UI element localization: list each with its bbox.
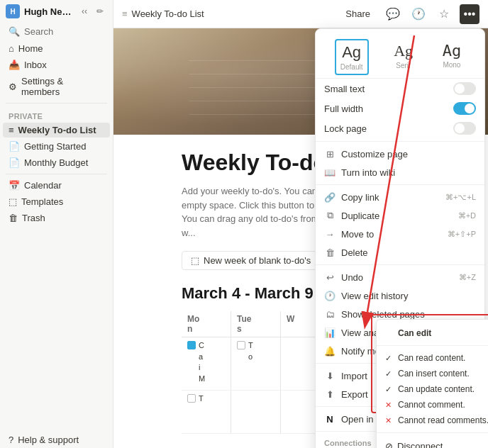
menu-item-delete[interactable]: 🗑 Delete	[316, 243, 484, 262]
page-icon-2: 📄	[9, 141, 20, 152]
workspace-name: Hugh Neal...	[24, 6, 73, 17]
sidebar-item-help[interactable]: ? Help & support	[3, 432, 110, 447]
wiki-label: Turn into wiki	[341, 167, 476, 178]
header-icons: ‹‹ ✏	[77, 4, 107, 18]
clock-icon[interactable]: 🕐	[409, 4, 428, 24]
menu-divider-1	[316, 141, 484, 142]
font-default-label: Default	[340, 63, 363, 71]
sidebar-item-inbox[interactable]: 📥 Inbox	[3, 57, 110, 72]
menu-item-customize[interactable]: ⊞ Customize page	[316, 145, 484, 163]
font-options: Ag Default Ag Serif Ag Mono	[316, 33, 484, 79]
menu-item-copy-link[interactable]: 🔗 Copy link ⌘+⌥+L	[316, 188, 484, 206]
col-tue: Tues	[231, 311, 281, 337]
undo-shortcut: ⌘+Z	[459, 273, 476, 282]
comment-icon[interactable]: 💬	[383, 4, 403, 24]
menu-divider-3	[316, 264, 484, 265]
link-icon: 🔗	[324, 191, 336, 203]
font-mono-preview: Ag	[443, 42, 462, 60]
menu-item-wiki[interactable]: 📖 Turn into wiki	[316, 163, 484, 181]
menu-item-duplicate[interactable]: ⧉ Duplicate ⌘+D	[316, 206, 484, 225]
col-mon: Mon	[182, 311, 231, 337]
cell-tue: To	[231, 337, 281, 390]
sidebar-item-settings[interactable]: ⚙ Settings & members	[3, 74, 110, 99]
notify-icon: 🔔	[324, 345, 336, 357]
full-width-label: Full width	[324, 103, 363, 114]
settings-icon: ⚙	[9, 82, 17, 92]
delete-icon: 🗑	[324, 247, 336, 258]
menu-item-edit-history[interactable]: 🕐 View edit history	[316, 286, 484, 305]
full-width-row: Full width	[316, 99, 484, 118]
checkbox-unchecked-2[interactable]	[187, 394, 196, 403]
font-mono-label: Mono	[443, 61, 460, 69]
topbar: ≡ Weekly To-do List Share 💬 🕐 ☆ •••	[113, 0, 488, 28]
checkbox-item-3: T	[187, 393, 225, 404]
move-to-shortcut: ⌘+⇧+P	[448, 230, 476, 239]
sidebar-item-weekly-todo[interactable]: ≡ Weekly To-do List	[3, 123, 110, 138]
permission-update: Can update content.	[377, 381, 488, 397]
workspace-icon: H	[6, 4, 20, 18]
new-week-button[interactable]: ⬚ New week of blank to-do's	[182, 251, 320, 270]
permission-no-comment: Cannot comment.	[377, 397, 488, 413]
small-text-row: Small text	[316, 79, 484, 99]
page-title-bar: ≡ Weekly To-do List	[122, 9, 333, 19]
font-option-mono[interactable]: Ag Mono	[438, 39, 466, 75]
sidebar-divider	[6, 103, 107, 103]
new-week-icon: ⬚	[191, 255, 199, 266]
checkbox-unchecked[interactable]	[237, 341, 245, 349]
cell-2-mon: T	[182, 391, 231, 433]
inbox-label: Inbox	[24, 60, 47, 70]
templates-label: Templates	[21, 196, 63, 207]
show-deleted-label: Show deleted pages	[341, 309, 476, 320]
sidebar: H Hugh Neal... ‹‹ ✏ 🔍 Search ⌂ Home 📥 In…	[0, 0, 113, 448]
private-section-label: Private	[0, 106, 113, 122]
help-label: Help & support	[18, 435, 79, 445]
analytics-icon: 📊	[324, 327, 336, 338]
menu-item-move-to[interactable]: → Move to ⌘+⇧+P	[316, 225, 484, 243]
workspace-header[interactable]: H Hugh Neal... ‹‹ ✏	[0, 0, 113, 23]
sidebar-bottom: ? Help & support	[0, 432, 113, 448]
inbox-icon: 📥	[9, 60, 20, 70]
new-week-label: New week of blank to-do's	[204, 255, 311, 266]
share-button[interactable]: Share	[338, 6, 377, 21]
undo-label: Undo	[341, 272, 453, 283]
collapse-icon[interactable]: ‹‹	[77, 4, 92, 18]
duplicate-label: Duplicate	[341, 211, 453, 221]
font-option-serif[interactable]: Ag Serif	[389, 39, 417, 75]
permission-read: Can read content.	[377, 350, 488, 366]
customize-icon: ⊞	[324, 148, 336, 159]
move-icon: →	[324, 228, 336, 240]
disconnect-label: Disconnect	[397, 441, 443, 448]
sidebar-item-monthly-budget[interactable]: 📄 Monthly Budget	[3, 155, 110, 170]
undo-icon: ↩	[324, 271, 336, 283]
sidebar-item-templates[interactable]: ⬚ Templates	[3, 194, 110, 209]
delete-label: Delete	[341, 247, 476, 258]
disconnect-icon: ⊘	[385, 441, 393, 448]
lock-page-toggle[interactable]	[453, 122, 476, 135]
edit-history-label: View edit history	[341, 291, 476, 301]
duplicate-shortcut: ⌘+D	[458, 211, 476, 220]
lock-page-label: Lock page	[324, 123, 367, 134]
font-option-default[interactable]: Ag Default	[335, 39, 369, 75]
sidebar-item-calendar[interactable]: 📅 Calendar	[3, 178, 110, 193]
disconnect-button[interactable]: ⊘ Disconnect	[377, 437, 488, 448]
customize-label: Customize page	[341, 149, 476, 159]
small-text-toggle[interactable]	[453, 82, 476, 95]
page-icon: ≡	[9, 125, 14, 135]
cell-mon: CaiM	[182, 337, 231, 390]
edit-icon[interactable]: ✏	[93, 4, 107, 18]
settings-label: Settings & members	[21, 76, 104, 97]
page-icon-3: 📄	[9, 157, 20, 168]
sub-dropdown: Can edit Can read content. Can insert co…	[376, 319, 488, 448]
more-options-icon[interactable]: •••	[460, 4, 479, 24]
copy-link-label: Copy link	[341, 192, 440, 203]
sub-title: Can edit	[377, 325, 488, 341]
sidebar-divider-2	[6, 174, 107, 174]
sidebar-item-trash[interactable]: 🗑 Trash	[3, 211, 110, 225]
checkbox-checked[interactable]	[187, 341, 196, 349]
full-width-toggle[interactable]	[453, 102, 476, 115]
star-icon[interactable]: ☆	[434, 4, 454, 24]
sidebar-item-home[interactable]: ⌂ Home	[3, 41, 110, 56]
sidebar-item-getting-started[interactable]: 📄 Getting Started	[3, 139, 110, 154]
search-item[interactable]: 🔍 Search	[3, 24, 110, 39]
menu-item-undo[interactable]: ↩ Undo ⌘+Z	[316, 268, 484, 286]
